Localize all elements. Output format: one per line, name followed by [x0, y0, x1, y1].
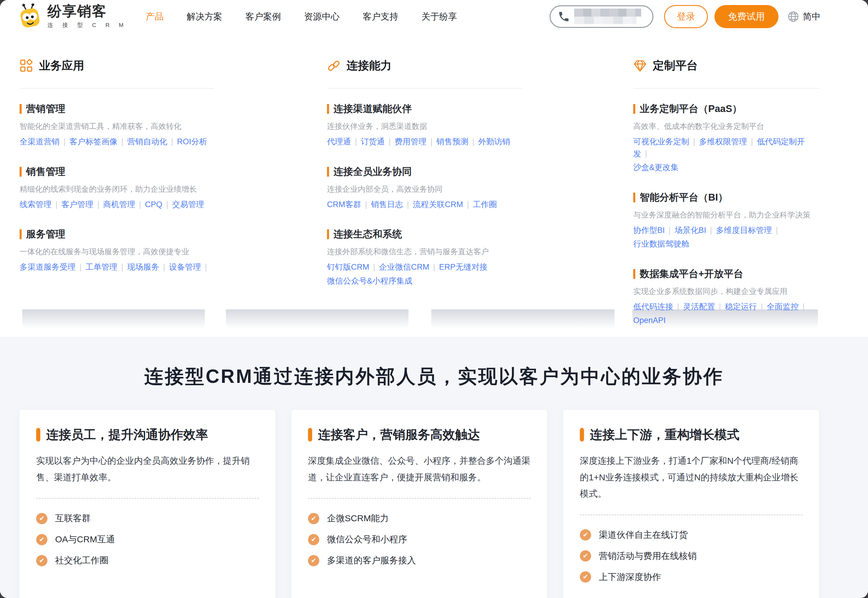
menu-link[interactable]: 灵活配置: [683, 302, 715, 311]
link-line: 沙盒&更改集: [633, 161, 819, 173]
link-separator: |: [171, 137, 173, 146]
orange-bar: [36, 428, 40, 441]
link-separator: |: [669, 226, 671, 235]
crm-collaboration-section: 连接型CRM通过连接内外部人员，实现以客户为中心的业务协作 连接员工，提升沟通协…: [0, 337, 868, 598]
free-trial-button[interactable]: 免费试用: [714, 5, 778, 28]
menu-column-platform: 定制平台 业务定制平台（PaaS） 高效率、低成本的数字化业务定制平台 可视化业…: [633, 58, 819, 327]
menu-section-links: 全渠道营销|客户标签画像|营销自动化|ROI分析: [19, 136, 214, 148]
menu-column-title: 连接能力: [347, 58, 392, 73]
menu-column-header: 业务应用: [19, 58, 214, 73]
menu-link[interactable]: 场景化BI: [675, 226, 706, 235]
menu-link[interactable]: 多维度目标管理: [716, 226, 772, 235]
menu-section-ecosystem: 连接生态和系统 连接外部系统和微信生态，营销与服务直达客户 钉钉版CRM|企业微…: [327, 227, 523, 287]
menu-link[interactable]: 营销自动化: [127, 137, 167, 146]
check-circle-icon: ✔: [308, 534, 319, 545]
menu-section-desc: 精细化的线索到现金的业务闭环，助力企业业绩增长: [19, 184, 214, 194]
link-separator: |: [205, 263, 207, 271]
menu-link[interactable]: 钉钉版CRM: [327, 263, 370, 271]
check-circle-icon: ✔: [580, 529, 591, 541]
menu-section-marketing: 营销管理 智能化的全渠道营销工具，精准获客，高效转化 全渠道营销|客户标签画像|…: [19, 102, 214, 148]
menu-link[interactable]: 低代码连接: [633, 302, 673, 311]
menu-link[interactable]: 协作型BI: [633, 226, 665, 235]
orange-bar: [633, 104, 635, 114]
menu-section-title: 服务管理: [26, 227, 65, 241]
link-separator: |: [365, 200, 367, 209]
menu-link[interactable]: ERP无缝对接: [439, 263, 488, 271]
link-separator: |: [163, 263, 165, 271]
check-item: ✔企微SCRM能力: [308, 512, 531, 525]
check-circle-icon: ✔: [580, 550, 591, 562]
check-circle-icon: ✔: [308, 513, 319, 524]
menu-link[interactable]: OpenAPI: [633, 316, 666, 325]
menu-link[interactable]: 流程关联CRM: [413, 200, 463, 209]
link-separator: |: [121, 137, 123, 146]
menu-link[interactable]: 可视化业务定制: [633, 137, 689, 146]
phone-number-pill[interactable]: [549, 5, 653, 28]
nav-item-solutions[interactable]: 解决方案: [187, 10, 222, 23]
menu-link[interactable]: 现场服务: [127, 263, 159, 271]
link-separator: |: [121, 263, 123, 271]
menu-link[interactable]: 企业微信CRM: [379, 263, 430, 271]
menu-link[interactable]: 交易管理: [172, 200, 204, 209]
menu-link[interactable]: 沙盒&更改集: [633, 163, 679, 172]
menu-link[interactable]: 稳定运行: [725, 302, 757, 311]
menu-link[interactable]: 设备管理: [169, 263, 201, 271]
menu-link[interactable]: 工单管理: [85, 263, 117, 271]
menu-section-title: 连接生态和系统: [334, 227, 402, 241]
login-button[interactable]: 登录: [664, 5, 708, 28]
menu-link[interactable]: 销售日志: [371, 200, 403, 209]
menu-section-desc: 与业务深度融合的智能分析平台，助力企业科学决策: [633, 210, 819, 220]
nav-item-cases[interactable]: 客户案例: [245, 10, 281, 23]
check-item: ✔多渠道的客户服务接入: [308, 555, 531, 567]
link-line: 行业数据驾驶舱: [633, 238, 819, 250]
check-item: ✔渠道伙伴自主在线订货: [580, 529, 802, 541]
menu-link[interactable]: 全面监控: [766, 302, 799, 311]
menu-section-links: CRM客群|销售日志|流程关联CRM|工作圈: [327, 199, 523, 211]
brand-logo[interactable]: 纷享销客 连 接 型 C R M: [16, 3, 127, 30]
menu-section-sales: 销售管理 精细化的线索到现金的业务闭环，助力企业业绩增长 线索管理|客户管理|商…: [19, 165, 214, 211]
menu-link[interactable]: 客户管理: [61, 200, 93, 209]
menu-link[interactable]: 客户标签画像: [69, 137, 117, 146]
menu-link[interactable]: 线索管理: [19, 200, 52, 209]
menu-link[interactable]: 多渠道服务受理: [19, 263, 76, 271]
dropdown-shadow: [226, 309, 409, 329]
menu-link[interactable]: CRM客群: [327, 200, 361, 209]
menu-section-title: 智能分析平台（BI）: [640, 191, 728, 204]
check-circle-icon: ✔: [36, 555, 48, 566]
link-separator: |: [139, 200, 141, 209]
menu-link[interactable]: 代理通: [327, 137, 351, 146]
nav-item-about[interactable]: 关于纷享: [422, 10, 457, 23]
dropdown-shadow: [22, 309, 205, 329]
menu-section-title: 连接渠道赋能伙伴: [334, 102, 412, 115]
menu-link[interactable]: 工作圈: [473, 200, 497, 209]
menu-link[interactable]: 微信公众号&小程序集成: [327, 277, 412, 286]
language-switcher[interactable]: 简中: [787, 10, 820, 23]
menu-link[interactable]: 外勤访销: [478, 137, 510, 146]
nav-item-products[interactable]: 产品: [146, 10, 164, 23]
menu-section-links: 代理通|订货通|费用管理|销售预测|外勤访销: [327, 136, 523, 148]
check-item: ✔营销活动与费用在线核销: [580, 550, 802, 562]
orange-bar: [327, 229, 329, 239]
menu-link[interactable]: CPQ: [145, 200, 162, 209]
menu-link[interactable]: 全渠道营销: [19, 137, 60, 146]
menu-link[interactable]: 多维权限管理: [699, 137, 747, 146]
nav-item-support[interactable]: 客户支持: [363, 10, 398, 23]
link-line: CRM客群|销售日志|流程关联CRM|工作圈: [327, 199, 523, 211]
dashed-divider: [36, 498, 259, 499]
dashed-divider: [308, 498, 531, 499]
orange-bar: [19, 104, 22, 114]
menu-link[interactable]: 商机管理: [103, 200, 135, 209]
menu-link[interactable]: 行业数据驾驶舱: [633, 239, 689, 248]
brand-tagline: 连 接 型 C R M: [48, 21, 127, 29]
menu-link[interactable]: 订货通: [361, 137, 385, 146]
link-separator: |: [431, 137, 433, 146]
menu-link[interactable]: 销售预测: [436, 137, 468, 146]
nav-item-resources[interactable]: 资源中心: [304, 10, 340, 23]
menu-link[interactable]: 费用管理: [395, 137, 427, 146]
link-separator: |: [751, 137, 753, 146]
card-checklist: ✔企微SCRM能力✔微信公众号和小程序✔多渠道的客户服务接入: [308, 512, 531, 567]
card-connect-employees: 连接员工，提升沟通协作效率 实现以客户为中心的企业内全员高效业务协作，提升销售、…: [19, 410, 276, 598]
link-separator: |: [355, 137, 357, 146]
menu-link[interactable]: ROI分析: [177, 137, 207, 146]
dashed-divider: [580, 514, 802, 515]
